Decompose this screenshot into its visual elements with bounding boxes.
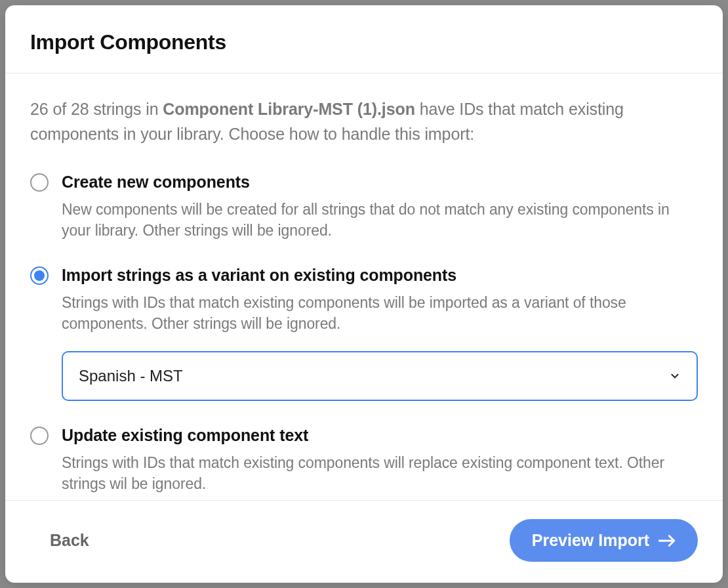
variant-select[interactable]: Spanish - MST xyxy=(62,351,698,401)
arrow-right-icon xyxy=(658,534,676,547)
radio-import-variant[interactable] xyxy=(30,266,49,285)
desc-prefix: 26 of 28 strings in xyxy=(30,100,163,118)
modal-header: Import Components xyxy=(5,5,723,74)
modal-title: Import Components xyxy=(30,30,698,54)
chevron-down-icon xyxy=(669,370,681,382)
option-title: Create new components xyxy=(62,171,698,194)
variant-select-wrapper: Spanish - MST xyxy=(62,351,698,401)
option-desc: New components will be created for all s… xyxy=(62,199,698,241)
option-desc: Strings with IDs that match existing com… xyxy=(62,452,698,494)
option-content: Update existing component text Strings w… xyxy=(62,425,698,494)
option-create-new[interactable]: Create new components New components wil… xyxy=(30,171,698,241)
variant-select-value: Spanish - MST xyxy=(79,367,183,385)
preview-button-label: Preview Import xyxy=(532,531,649,550)
option-desc: Strings with IDs that match existing com… xyxy=(62,292,698,334)
option-update-existing[interactable]: Update existing component text Strings w… xyxy=(30,425,698,494)
option-content: Create new components New components wil… xyxy=(62,171,698,241)
option-import-variant[interactable]: Import strings as a variant on existing … xyxy=(30,264,698,401)
option-title: Update existing component text xyxy=(62,425,698,447)
option-title: Import strings as a variant on existing … xyxy=(62,264,698,287)
radio-create-new[interactable] xyxy=(30,173,49,192)
modal-footer: Back Preview Import xyxy=(5,500,723,583)
preview-import-button[interactable]: Preview Import xyxy=(510,519,698,562)
radio-update-existing[interactable] xyxy=(30,427,49,445)
import-components-modal: Import Components 26 of 28 strings in Co… xyxy=(5,5,723,583)
modal-body: 26 of 28 strings in Component Library-MS… xyxy=(5,74,723,500)
back-button[interactable]: Back xyxy=(30,523,109,558)
import-description: 26 of 28 strings in Component Library-MS… xyxy=(30,97,698,146)
desc-filename: Component Library-MST (1).json xyxy=(163,100,415,118)
option-content: Import strings as a variant on existing … xyxy=(62,264,698,401)
